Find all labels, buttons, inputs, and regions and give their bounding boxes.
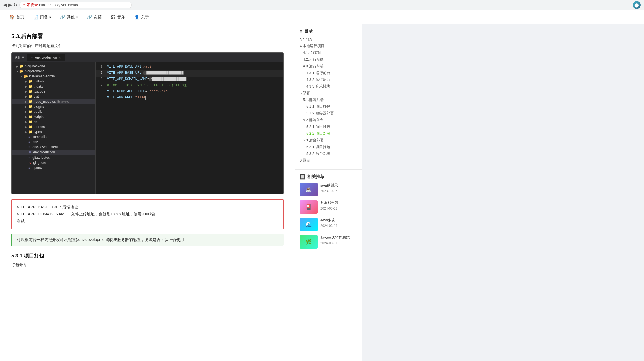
tree-item[interactable]: ▼ 📂 blog-frontend [12, 69, 95, 74]
other-icon: 🔗 [60, 15, 65, 20]
related-item-3[interactable]: 🌊 Java多态 2024-03-11 [300, 218, 358, 231]
related-date-2: 2024-03-11 [320, 206, 358, 210]
toc-item-4-3[interactable]: 4.3.运行前端 [300, 63, 358, 70]
tree-label: .commitlintrc [31, 135, 50, 139]
tree-item[interactable]: ▶ 📁 blog-backend [12, 64, 95, 69]
ide-active-tab[interactable]: ≡ .env.production ✕ [27, 54, 65, 61]
nav-music-label: 音乐 [117, 15, 125, 20]
toc-item-3-2-163[interactable]: 3.2.163 [300, 37, 358, 43]
tree-label: public [34, 110, 42, 114]
tree-item-themes[interactable]: ▶ 📁 themes [12, 124, 95, 129]
tree-item[interactable]: ▶ 📁 .github [12, 79, 95, 84]
tree-item-env-production[interactable]: ≡ .env.production [12, 150, 95, 155]
tree-item[interactable]: ▶ 📁 public [12, 109, 95, 114]
tree-item[interactable]: ▶ 📁 .vscode [12, 89, 95, 94]
tab-close-icon[interactable]: ✕ [59, 56, 61, 59]
toc-item-4-3-3[interactable]: 4.3.3.音乐模块 [300, 83, 358, 90]
code-line-4: 4 # The title of your application (strin… [96, 83, 283, 89]
browser-controls: ◀ ▶ ↻ [3, 2, 17, 8]
tree-item[interactable]: ⊘ .gitignore [12, 160, 95, 165]
ide-container: 项目 ▾ ≡ .env.production ✕ [11, 52, 284, 194]
tree-item[interactable]: ▼ 📂 kuailemao-admin [12, 74, 95, 79]
avatar[interactable]: ⬤ [633, 1, 641, 9]
folder-icon: 📂 [19, 69, 24, 73]
related-thumb-3: 🌊 [300, 218, 318, 231]
tree-item[interactable]: ▶ 📁 .husky [12, 84, 95, 89]
toc-item-5-3-2[interactable]: 5.3.2.后台部署 [300, 150, 358, 157]
nav-about[interactable]: 👤 关于 [130, 13, 153, 21]
reload-icon[interactable]: ↻ [13, 2, 17, 8]
tree-item[interactable]: ▶ 📁 dist [12, 94, 95, 99]
nav-files[interactable]: 📄 归档 ▾ [29, 13, 55, 21]
tree-label: kuailemao-admin [29, 74, 55, 78]
files-dropdown-icon: ▾ [49, 15, 51, 19]
toc-title: ≡ 目录 [300, 29, 358, 34]
tree-item[interactable]: ▶ 📁 types [12, 129, 95, 134]
toc-item-5-1-2[interactable]: 5.1.2.服务器部署 [300, 110, 358, 117]
toc-item-5-2-1[interactable]: 5.2.1.项目打包 [300, 123, 358, 130]
tree-item[interactable]: ▶ 📁 plugins [12, 104, 95, 109]
toc-icon: ≡ [300, 29, 302, 34]
file-icon: ≡ [28, 135, 30, 139]
tree-label-themes: themes [34, 125, 45, 129]
ide-project-label: 项目 ▾ [14, 55, 24, 60]
info-line-2: VITE_APP_DOMAIN_NAME：文件上传地址，也就是 minio 地址… [17, 211, 278, 218]
toc-item-5-2[interactable]: 5.2.部署前台 [300, 117, 358, 123]
tree-arrow-icon: ▶ [25, 100, 28, 103]
tree-item[interactable]: ▶ 📁 scripts [12, 114, 95, 119]
tree-arrow-icon: ▶ [25, 80, 28, 83]
nav-other[interactable]: 🔗 其他 ▾ [56, 13, 82, 21]
toc-item-5-3-1[interactable]: 5.3.1.项目打包 [300, 144, 358, 150]
related-item-4[interactable]: 🌿 Java三大特性总结 2024-03-11 [300, 235, 358, 249]
toc-item-4-local[interactable]: 4.本地运行项目 [300, 43, 358, 49]
content-area: 5.3.后台部署 找到对应的生产环境配置文件 项目 ▾ ≡ .env.produ… [0, 24, 295, 361]
folder-icon: 📁 [28, 95, 33, 98]
toc-item-4-1[interactable]: 4.1.拉取项目 [300, 49, 358, 56]
toc-item-4-3-1[interactable]: 4.3.1.运行前台 [300, 70, 358, 76]
tree-label: blog-backend [25, 64, 45, 68]
tree-item[interactable]: ▶ 📁 src [12, 119, 95, 124]
nav-links[interactable]: 🔗 友链 [83, 13, 106, 21]
back-icon[interactable]: ◀ [3, 2, 7, 8]
url-display[interactable]: kuailemao.xyz/article/48 [39, 3, 78, 7]
related-info-1: java的继承 2023-10-15 [320, 183, 358, 196]
tree-label: plugins [34, 105, 44, 109]
tree-label: .vscode [34, 89, 45, 93]
line-number: 5 [96, 89, 107, 94]
nav-about-label: 关于 [141, 15, 149, 20]
toc-item-5-3[interactable]: 5.3.后台部署 [300, 137, 358, 144]
tree-label: .env.development [31, 145, 58, 149]
related-item-1[interactable]: ☕ java的继承 2023-10-15 [300, 183, 358, 196]
toc-item-4-3-2[interactable]: 4.3.2.运行后台 [300, 76, 358, 83]
nav-home[interactable]: 🏠 首页 [6, 13, 28, 21]
toc-item-5-1[interactable]: 5.1.部署后端 [300, 96, 358, 103]
links-icon: 🔗 [87, 15, 92, 20]
ide-body: ▶ 📁 blog-backend ▼ 📂 blog-frontend [12, 62, 283, 194]
tree-label: .husky [34, 84, 44, 88]
tree-item[interactable]: ≡ .gitattributes [12, 155, 95, 160]
security-warning-icon: ⚠ [22, 3, 26, 7]
ide-tab-bar: ≡ .env.production ✕ [27, 54, 280, 61]
tree-arrow-icon: ▼ [20, 75, 24, 78]
tree-label-env-production: .env.production [32, 150, 55, 154]
related-item-2[interactable]: 🎴 对象和封装 2024-03-11 [300, 200, 358, 214]
toc-item-5-deploy[interactable]: 5.部署 [300, 90, 358, 96]
nav-home-label: 首页 [16, 15, 24, 20]
home-icon: 🏠 [10, 15, 15, 20]
related-name-1: java的继承 [320, 183, 358, 188]
toc-item-5-1-1[interactable]: 5.1.1.项目打包 [300, 103, 358, 110]
nav-music[interactable]: 🎧 音乐 [107, 13, 129, 21]
toc-item-5-2-2[interactable]: 5.2.2.项目部署 [300, 130, 358, 137]
forward-icon[interactable]: ▶ [8, 2, 12, 8]
tree-item-node-modules[interactable]: ▶ 📁 node_modules library root [12, 99, 95, 104]
tree-item[interactable]: ≡ .env [12, 139, 95, 144]
tree-item[interactable]: ≡ .npmrc [12, 165, 95, 170]
music-icon: 🎧 [111, 15, 116, 20]
tree-item[interactable]: ≡ .commitlintrc [12, 134, 95, 139]
toc-item-4-2[interactable]: 4.2.运行后端 [300, 56, 358, 63]
tree-item[interactable]: ≡ .env.development [12, 144, 95, 150]
toc-item-6-end[interactable]: 6.最后 [300, 157, 358, 164]
code-editor[interactable]: 1 VITE_APP_BASE_API=/api 2 VITE_APP_BASE… [96, 62, 283, 194]
line-number: 2 [96, 70, 107, 76]
tree-arrow-icon: ▼ [16, 70, 19, 73]
